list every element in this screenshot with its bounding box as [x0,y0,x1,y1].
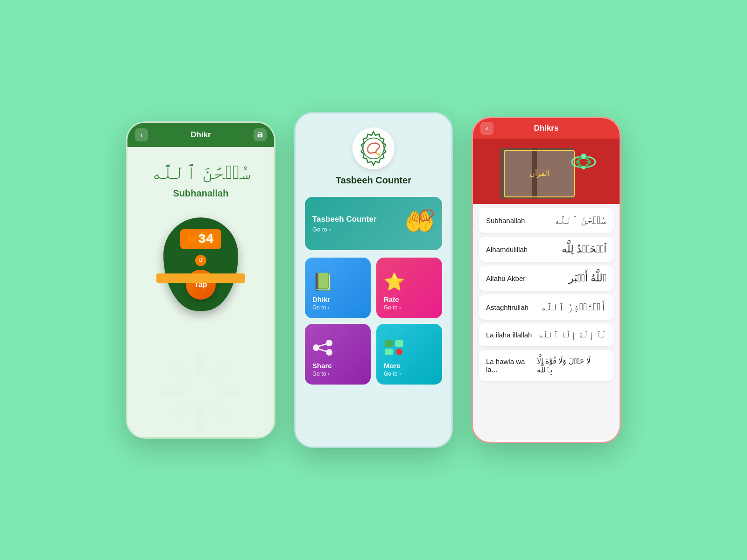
svg-point-16 [326,340,332,346]
svg-point-6 [215,385,243,396]
app-icon: 📿 [352,127,395,169]
dhikr-arabic-astaghfirullah: أَسۡتَغۡفِرُ ٱللَّه [540,301,606,313]
rate-goto: Go to › [384,304,435,311]
svg-text:📿: 📿 [418,209,435,224]
app-showcase: ‹ Dhikr سُبۡحَٰنَ ٱللَّه Subhanallah [98,84,649,476]
share-icon [312,339,333,356]
banner-icon: 🤲 📿 [402,204,435,243]
counter-device: 34 ↺ Tap [163,217,238,311]
dhikr-name-alhamdulillah: Alhamdulillah [486,245,528,253]
dhikr-item-lahawla[interactable]: La hawla wa la... لَا حَوۡلَ وَلَا قُوَّ… [479,350,614,381]
more-goto: Go to › [384,371,435,377]
svg-point-34 [587,160,591,164]
banner-goto: Go to › [312,226,377,233]
svg-point-7 [167,357,195,385]
counter-display: 34 [180,229,221,249]
dhikr-goto: Go to › [312,304,363,311]
svg-point-38 [576,160,580,164]
reset-button[interactable]: ↺ [195,255,206,266]
menu-grid: 📗 Dhikr Go to › ⭐ Rate Go to › [305,258,442,385]
svg-text:القرآن: القرآن [529,168,549,178]
tasbeeh-banner[interactable]: Tasbeeh Counter Go to › 🤲 📿 [305,197,442,250]
screen1-header: ‹ Dhikr [127,123,274,147]
dhikr-arabic-alhamdulillah: اَلۡحَمۡدُ لِلَّه [562,243,606,255]
more-icon [384,339,404,356]
dhikr-item-subhanallah[interactable]: Subhanallah سُبۡحَٰنَ ٱللَّه [479,208,614,233]
rate-menu-icon: ⭐ [384,272,435,292]
svg-point-4 [195,405,206,433]
dhikr-arabic-lailaha: لَآ إِلَٰهَ إِلَّا ٱللَّه [538,330,606,340]
svg-line-19 [319,349,326,351]
dhikr-item-allahuakber[interactable]: Allahu Akber ٱللَّهُ أَكۡبَر [479,266,614,291]
dhikr-menu-icon: 📗 [312,272,363,292]
save-button[interactable] [254,128,267,141]
svg-point-24 [396,349,402,355]
dhikr-title: Subhanallah [173,188,229,199]
svg-point-8 [206,357,234,385]
svg-point-39 [578,156,582,160]
svg-rect-21 [395,340,403,347]
back-button[interactable]: ‹ [135,128,148,141]
phone-screen-2: 📿 Tasbeeh Counter Tasbeeh Counter Go to … [294,112,453,448]
menu-dhikr[interactable]: 📗 Dhikr Go to › [305,258,371,318]
svg-point-9 [167,396,195,424]
phone-screen-3: ‹ Dhikrs القرآن [472,117,621,443]
screen3-header: ‹ Dhikrs [473,118,620,139]
share-menu-label: Share [312,362,363,370]
screen1-body: سُبۡحَٰنَ ٱللَّه Subhanallah 34 ↺ [127,147,274,437]
dhikr-name-lahawla: La hawla wa la... [486,357,537,373]
more-menu-label: More [384,362,435,370]
menu-share[interactable]: Share Go to › [305,324,371,385]
dhikr-name-allahuakber: Allahu Akber [486,274,525,282]
svg-text:📿: 📿 [366,142,381,156]
dhikr-name-lailaha: La ilaha illallah [486,331,532,339]
dhikr-menu-label: Dhikr [312,295,363,303]
screen1-title: Dhikr [190,130,211,140]
hero-image: القرآن [473,139,620,204]
svg-point-33 [585,156,589,160]
svg-point-37 [578,164,582,168]
dhikr-item-astaghfirullah[interactable]: Astaghfirullah أَسۡتَغۡفِرُ ٱللَّه [479,294,614,320]
screen3-back-button[interactable]: ‹ [480,122,493,135]
svg-point-10 [206,396,234,424]
svg-point-17 [326,349,332,356]
share-goto: Go to › [312,371,363,377]
floral-decoration [127,344,274,437]
dhikr-arabic-subhanallah: سُبۡحَٰنَ ٱللَّه [554,214,606,226]
screen3-body: القرآن Subhanallah سُبۡحَٰنَ [473,139,620,440]
svg-point-5 [159,385,187,396]
screen3-title: Dhikrs [534,124,559,133]
arabic-calligraphy: سُبۡحَٰنَ ٱللَّه [150,161,251,183]
svg-rect-22 [385,349,393,355]
dhikr-item-alhamdulillah[interactable]: Alhamdulillah اَلۡحَمۡدُ لِلَّه [479,237,614,262]
rate-menu-label: Rate [384,295,435,303]
banner-title: Tasbeeh Counter [312,215,377,224]
svg-rect-20 [385,340,393,347]
svg-point-3 [195,349,206,377]
gear-icon: 📿 [355,130,392,167]
svg-point-35 [585,164,589,168]
dhikr-item-lailaha[interactable]: La ilaha illallah لَآ إِلَٰهَ إِلَّا ٱلل… [479,323,614,346]
dhikr-arabic-allahuakber: ٱللَّهُ أَكۡبَر [569,272,606,284]
menu-more[interactable]: More Go to › [376,324,442,385]
menu-rate[interactable]: ⭐ Rate Go to › [376,258,442,318]
svg-line-18 [319,344,326,346]
dhikr-name-subhanallah: Subhanallah [486,217,525,224]
app-title: Tasbeeh Counter [336,175,411,186]
phone-screen-1: ‹ Dhikr سُبۡحَٰنَ ٱللَّه Subhanallah [126,121,275,439]
dhikr-list: Subhanallah سُبۡحَٰنَ ٱللَّه Alhamdulill… [473,204,620,385]
svg-point-36 [582,166,585,169]
dhikr-arabic-lahawla: لَا حَوۡلَ وَلَا قُوَّةَ إِلَّا بِٱللَّه [537,357,606,374]
dhikr-name-astaghfirullah: Astaghfirullah [486,303,529,311]
counter-value: 34 [198,232,214,246]
svg-point-15 [313,344,319,351]
screen2-body: 📿 Tasbeeh Counter Tasbeeh Counter Go to … [296,113,451,447]
